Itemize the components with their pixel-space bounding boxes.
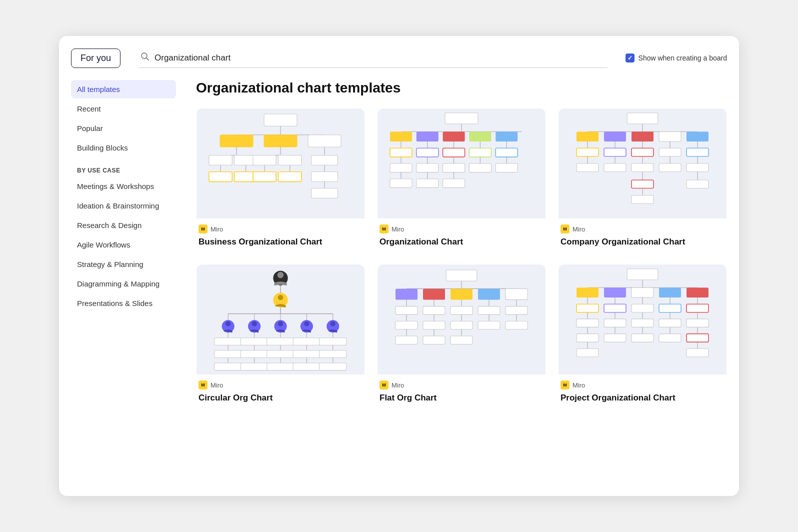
template-author-org: M Miro	[380, 224, 544, 234]
svg-rect-139	[293, 338, 320, 346]
sidebar-item-meetings[interactable]: Meetings & Workshops	[71, 177, 176, 196]
svg-rect-95	[686, 180, 708, 188]
svg-rect-153	[396, 288, 418, 300]
svg-rect-200	[659, 304, 681, 312]
svg-rect-177	[506, 321, 528, 330]
svg-rect-29	[312, 188, 338, 198]
top-bar: For you Show when creating a board	[71, 48, 727, 68]
template-name-company: Company Organizational Chart	[560, 236, 724, 248]
sidebar-item-ideation[interactable]: Ideation & Brainstorming	[71, 196, 176, 215]
svg-rect-207	[576, 319, 598, 328]
by-use-case-label: BY USE CASE	[71, 158, 176, 177]
sidebar-item-building-blocks[interactable]: Building Blocks	[71, 138, 176, 157]
svg-rect-154	[423, 288, 445, 300]
svg-point-113	[278, 321, 283, 326]
search-icon	[140, 52, 150, 64]
svg-rect-34	[416, 132, 438, 142]
template-card-circular-org-chart[interactable]: M Miro Circular Org Chart	[196, 264, 365, 408]
sidebar-item-all-templates[interactable]: All templates	[71, 80, 176, 98]
modal-container: For you Show when creating a board All t…	[59, 36, 739, 496]
svg-rect-87	[576, 164, 598, 172]
templates-grid: M Miro Business Organizational Chart	[196, 108, 727, 408]
template-preview-flat	[378, 264, 546, 374]
template-name-flat: Flat Org Chart	[380, 392, 544, 404]
svg-rect-143	[293, 363, 320, 370]
svg-rect-62	[416, 179, 438, 188]
svg-rect-71	[686, 132, 708, 142]
svg-rect-173	[396, 321, 418, 330]
svg-point-119	[330, 321, 336, 326]
svg-rect-189	[632, 288, 654, 298]
svg-rect-23	[278, 172, 302, 182]
sidebar-item-diagramming[interactable]: Diagramming & Mapping	[71, 274, 176, 293]
show-creating-checkbox[interactable]	[626, 54, 634, 62]
sidebar-item-recent[interactable]: Recent	[71, 100, 176, 118]
template-name-circular: Circular Org Chart	[198, 392, 362, 404]
template-info-flat: M Miro Flat Org Chart	[378, 374, 546, 408]
author-name-6: Miro	[572, 382, 585, 389]
svg-rect-64	[627, 113, 658, 124]
svg-rect-209	[632, 319, 654, 328]
search-bar	[138, 48, 608, 68]
search-input[interactable]	[154, 53, 606, 63]
svg-rect-201	[686, 304, 708, 312]
template-info-project: M Miro Project Organizational Chart	[558, 374, 726, 408]
svg-rect-47	[496, 148, 518, 157]
template-card-project-org-chart[interactable]: M Miro Project Organizational Chart	[558, 264, 727, 408]
svg-rect-18	[253, 156, 276, 166]
svg-rect-67	[576, 132, 598, 142]
svg-rect-93	[632, 180, 654, 188]
miro-logo-6: M	[560, 380, 570, 390]
svg-rect-190	[659, 288, 681, 298]
sidebar: All templates Recent Popular Building Bl…	[71, 80, 186, 484]
svg-rect-167	[506, 306, 528, 315]
show-creating-label: Show when creating a board	[638, 54, 727, 62]
template-info-org: M Miro Organizational Chart	[378, 218, 546, 252]
for-you-button[interactable]: For you	[71, 48, 120, 68]
template-author-circular: M Miro	[198, 380, 362, 390]
template-card-flat-org-chart[interactable]: M Miro Flat Org Chart	[377, 264, 546, 408]
svg-rect-33	[390, 132, 412, 142]
template-card-company-org-chart[interactable]: M Miro Company Organizational Chart	[558, 108, 727, 252]
template-info-company: M Miro Company Organizational Chart	[558, 218, 726, 252]
svg-rect-197	[576, 304, 598, 312]
svg-rect-175	[450, 321, 472, 330]
page-title: Organizational chart templates	[196, 80, 727, 96]
sidebar-item-popular[interactable]: Popular	[71, 119, 176, 138]
svg-rect-157	[506, 288, 528, 300]
svg-rect-220	[659, 334, 681, 342]
template-card-org-chart[interactable]: M Miro Organizational Chart	[377, 108, 546, 252]
template-card-business-org-chart[interactable]: M Miro Business Organizational Chart	[196, 108, 365, 252]
svg-rect-35	[443, 132, 465, 142]
svg-rect-182	[423, 336, 445, 344]
svg-rect-176	[478, 321, 500, 330]
svg-rect-145	[320, 338, 346, 346]
svg-rect-208	[604, 319, 626, 328]
miro-logo-4: M	[198, 380, 208, 390]
svg-rect-199	[632, 304, 654, 312]
sidebar-item-presentations[interactable]: Presentations & Slides	[71, 294, 176, 312]
svg-rect-125	[214, 363, 242, 370]
template-author-business: M Miro	[198, 224, 362, 234]
author-name-3: Miro	[572, 226, 585, 233]
svg-rect-121	[214, 338, 242, 346]
svg-rect-127	[240, 338, 268, 346]
svg-rect-54	[416, 164, 438, 172]
svg-rect-88	[604, 164, 626, 172]
svg-rect-90	[659, 164, 681, 172]
sidebar-item-agile[interactable]: Agile Workflows	[71, 236, 176, 254]
svg-rect-55	[443, 164, 465, 172]
svg-rect-6	[264, 135, 297, 147]
svg-rect-30	[445, 113, 478, 124]
svg-rect-131	[240, 363, 268, 370]
svg-rect-69	[632, 132, 654, 142]
svg-rect-150	[446, 270, 477, 281]
miro-logo-3: M	[560, 224, 570, 234]
author-name-5: Miro	[392, 382, 404, 389]
svg-rect-36	[469, 132, 491, 142]
sidebar-item-strategy[interactable]: Strategy & Planning	[71, 255, 176, 274]
svg-rect-78	[604, 148, 626, 156]
svg-rect-166	[478, 306, 500, 315]
template-author-project: M Miro	[560, 380, 724, 390]
sidebar-item-research[interactable]: Research & Design	[71, 216, 176, 234]
